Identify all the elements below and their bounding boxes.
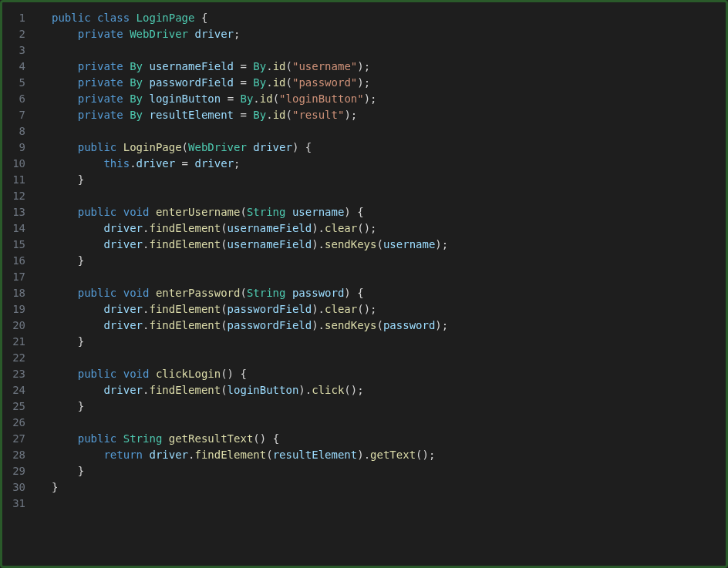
line-number: 15 bbox=[2, 237, 25, 253]
token-brace: { bbox=[357, 206, 363, 218]
token-pun: ); bbox=[357, 76, 370, 89]
code-line[interactable]: } bbox=[52, 479, 726, 496]
line-number: 21 bbox=[2, 334, 25, 350]
token-kw: class bbox=[97, 12, 130, 24]
token-var: resultElement bbox=[273, 449, 358, 461]
token-kw: return bbox=[103, 449, 143, 461]
line-number: 10 bbox=[2, 156, 25, 172]
token-op: = bbox=[240, 76, 246, 89]
token-type: WebDriver bbox=[188, 141, 247, 153]
line-number: 23 bbox=[2, 366, 25, 382]
token-fn: findElement bbox=[149, 303, 221, 315]
code-line[interactable]: public LoginPage(WebDriver driver) { bbox=[52, 139, 726, 156]
code-line[interactable]: driver.findElement(passwordField).clear(… bbox=[52, 301, 726, 318]
code-line[interactable]: public void enterPassword(String passwor… bbox=[52, 285, 726, 301]
line-number: 11 bbox=[2, 172, 25, 188]
token-var: driver bbox=[194, 28, 234, 40]
line-number: 9 bbox=[2, 139, 25, 156]
token-brace: } bbox=[78, 335, 84, 348]
code-line[interactable]: return driver.findElement(resultElement)… bbox=[52, 447, 726, 463]
token-kw: public bbox=[78, 368, 117, 380]
token-var: password bbox=[383, 319, 435, 331]
token-pun bbox=[116, 287, 123, 299]
token-pun: ); bbox=[435, 238, 448, 250]
line-number: 25 bbox=[2, 398, 25, 415]
token-str: "password" bbox=[292, 76, 357, 89]
token-pun: ( bbox=[240, 206, 246, 218]
token-type: WebDriver bbox=[130, 28, 188, 40]
token-fn: getResultText bbox=[169, 432, 254, 445]
line-number: 12 bbox=[2, 188, 25, 204]
token-var: driver bbox=[253, 141, 292, 153]
code-line[interactable] bbox=[52, 123, 726, 139]
token-fn: findElement bbox=[149, 319, 221, 331]
token-pun bbox=[52, 222, 103, 234]
code-line[interactable]: driver.findElement(loginButton).click(); bbox=[52, 382, 726, 398]
token-var: passwordField bbox=[149, 76, 234, 89]
token-var: usernameField bbox=[228, 222, 312, 234]
token-kw: public bbox=[78, 287, 117, 299]
code-line[interactable]: driver.findElement(usernameField).sendKe… bbox=[52, 237, 726, 253]
code-line[interactable]: private WebDriver driver; bbox=[52, 26, 726, 42]
code-line[interactable] bbox=[52, 350, 726, 366]
code-line[interactable]: this.driver = driver; bbox=[52, 156, 726, 172]
code-line[interactable] bbox=[52, 42, 726, 59]
code-line[interactable]: public class LoginPage { bbox=[52, 10, 726, 26]
token-kw: private bbox=[78, 76, 123, 89]
token-type: By bbox=[241, 92, 254, 105]
token-pun bbox=[116, 368, 123, 380]
token-pun: ( bbox=[376, 319, 383, 331]
code-line[interactable] bbox=[52, 496, 726, 512]
token-pun bbox=[194, 12, 201, 24]
code-line[interactable]: public void clickLogin() { bbox=[52, 366, 726, 382]
line-number: 8 bbox=[2, 123, 25, 139]
token-var: driver bbox=[136, 157, 176, 170]
token-pun bbox=[162, 432, 168, 445]
code-line[interactable]: } bbox=[52, 172, 726, 188]
token-pun bbox=[52, 400, 78, 412]
token-brace: { bbox=[201, 12, 207, 24]
line-number-gutter: 1234567891011121314151617181920212223242… bbox=[2, 7, 39, 561]
token-var: resultElement bbox=[149, 109, 234, 121]
line-number: 6 bbox=[2, 91, 25, 107]
token-brace: { bbox=[305, 141, 312, 153]
code-line[interactable]: } bbox=[52, 253, 726, 269]
code-line[interactable]: } bbox=[52, 463, 726, 479]
token-pun: . bbox=[253, 92, 259, 105]
token-pun bbox=[52, 157, 103, 170]
code-line[interactable]: } bbox=[52, 334, 726, 350]
code-line[interactable]: private By resultElement = By.id("result… bbox=[52, 107, 726, 123]
code-line[interactable]: private By passwordField = By.id("passwo… bbox=[52, 75, 726, 91]
token-var: driver bbox=[103, 303, 143, 315]
token-fn: findElement bbox=[149, 222, 221, 234]
code-area[interactable]: 1234567891011121314151617181920212223242… bbox=[2, 7, 726, 561]
code-line[interactable]: private By usernameField = By.id("userna… bbox=[52, 59, 726, 75]
token-fn: sendKeys bbox=[325, 319, 376, 331]
token-var: driver bbox=[103, 319, 143, 331]
token-pun bbox=[285, 206, 292, 218]
token-var: username bbox=[383, 238, 435, 250]
code-line[interactable]: private By loginButton = By.id("loginBut… bbox=[52, 91, 726, 107]
code-line[interactable]: public String getResultText() { bbox=[52, 431, 726, 447]
token-pun bbox=[52, 238, 103, 250]
code-line[interactable] bbox=[52, 415, 726, 431]
code-line[interactable]: driver.findElement(passwordField).sendKe… bbox=[52, 318, 726, 334]
token-pun: ); bbox=[364, 92, 377, 105]
line-number: 31 bbox=[2, 496, 25, 512]
code-line[interactable]: driver.findElement(usernameField).clear(… bbox=[52, 220, 726, 237]
code-line[interactable]: } bbox=[52, 398, 726, 415]
code-content[interactable]: public class LoginPage { private WebDriv… bbox=[39, 7, 726, 561]
line-number: 22 bbox=[2, 350, 25, 366]
token-pun: () bbox=[253, 432, 272, 445]
token-fn: findElement bbox=[149, 384, 221, 396]
token-pun: ). bbox=[312, 319, 325, 331]
token-pun: ) bbox=[292, 141, 305, 153]
code-line[interactable] bbox=[52, 269, 726, 285]
token-var: password bbox=[292, 287, 344, 299]
token-pun: ). bbox=[298, 384, 312, 396]
token-fn: sendKeys bbox=[325, 238, 376, 250]
token-fn: enterPassword bbox=[156, 287, 241, 299]
code-line[interactable] bbox=[52, 188, 726, 204]
code-line[interactable]: public void enterUsername(String usernam… bbox=[52, 204, 726, 220]
token-pun: () bbox=[221, 368, 240, 380]
